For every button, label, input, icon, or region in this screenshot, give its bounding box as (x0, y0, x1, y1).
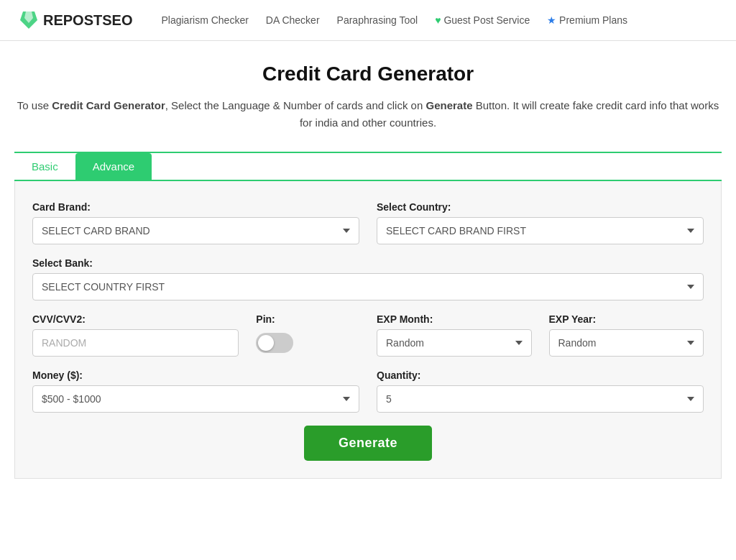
tab-basic[interactable]: Basic (14, 153, 75, 180)
row-brand-country: Card Brand: SELECT CARD BRAND Select Cou… (32, 201, 704, 244)
cvv-input[interactable] (32, 329, 239, 357)
nav-guest-post[interactable]: ♥ Guest Post Service (435, 14, 530, 26)
desc-bold-tool: Credit Card Generator (52, 99, 165, 111)
logo-text: REPOSTSEO (43, 12, 132, 29)
nav-links: Plagiarism Checker DA Checker Paraphrasi… (161, 14, 627, 26)
tab-advance[interactable]: Advance (75, 153, 152, 180)
nav-paraphrasing[interactable]: Paraphrasing Tool (337, 14, 418, 26)
select-bank-select[interactable]: SELECT COUNTRY FIRST (32, 273, 704, 300)
select-country-label: Select Country: (377, 201, 704, 213)
card-brand-select[interactable]: SELECT CARD BRAND (32, 217, 359, 244)
pin-toggle-wrapper (256, 329, 293, 357)
card-brand-label: Card Brand: (32, 201, 359, 213)
heart-icon: ♥ (435, 14, 441, 26)
select-bank-label: Select Bank: (32, 257, 704, 269)
pin-toggle[interactable] (256, 333, 293, 353)
card-brand-group: Card Brand: SELECT CARD BRAND (32, 201, 359, 244)
nav-plagiarism[interactable]: Plagiarism Checker (161, 14, 248, 26)
pin-label: Pin: (256, 313, 275, 325)
page-description: To use Credit Card Generator, Select the… (14, 97, 722, 132)
pin-group: Pin: (256, 313, 359, 357)
nav-da-checker[interactable]: DA Checker (266, 14, 320, 26)
select-country-select[interactable]: SELECT CARD BRAND FIRST (377, 217, 704, 244)
exp-month-select[interactable]: Random 010203 040506 070809 101112 (377, 329, 532, 357)
exp-month-group: EXP Month: Random 010203 040506 070809 1… (377, 313, 532, 357)
star-icon: ★ (547, 14, 556, 26)
quantity-group: Quantity: 1234 5 1020 (377, 369, 704, 413)
quantity-label: Quantity: (377, 369, 704, 381)
exp-year-label: EXP Year: (549, 313, 704, 325)
exp-month-label: EXP Month: (377, 313, 532, 325)
page-title: Credit Card Generator (14, 63, 722, 86)
logo[interactable]: REPOSTSEO (17, 9, 132, 32)
quantity-select[interactable]: 1234 5 1020 (377, 385, 704, 413)
tabs: Basic Advance (14, 153, 722, 181)
desc-bold-generate: Generate (426, 99, 472, 111)
exp-year-group: EXP Year: Random 202420252026 20272028 (549, 313, 704, 357)
row-money-quantity: Money ($): $500 - $1000 $1000 - $5000 $5… (32, 369, 704, 413)
nav-premium[interactable]: ★ Premium Plans (547, 14, 627, 26)
main-container: Credit Card Generator To use Credit Card… (0, 41, 736, 500)
select-bank-group: Select Bank: SELECT COUNTRY FIRST (32, 257, 704, 300)
money-label: Money ($): (32, 369, 359, 381)
cvv-group: CVV/CVV2: (32, 313, 239, 357)
money-group: Money ($): $500 - $1000 $1000 - $5000 $5… (32, 369, 359, 413)
generate-button[interactable]: Generate (304, 426, 432, 461)
exp-year-select[interactable]: Random 202420252026 20272028 (549, 329, 704, 357)
form-card: Card Brand: SELECT CARD BRAND Select Cou… (14, 181, 722, 479)
logo-icon (17, 9, 40, 32)
money-select[interactable]: $500 - $1000 $1000 - $5000 $5000 - $1000… (32, 385, 359, 413)
cvv-label: CVV/CVV2: (32, 313, 239, 325)
select-country-group: Select Country: SELECT CARD BRAND FIRST (377, 201, 704, 244)
toggle-slider (256, 333, 293, 353)
row-bank: Select Bank: SELECT COUNTRY FIRST (32, 257, 704, 300)
row-cvv-pin-exp: CVV/CVV2: Pin: EXP Month: Random 010203 … (32, 313, 704, 357)
navbar: REPOSTSEO Plagiarism Checker DA Checker … (0, 0, 736, 41)
